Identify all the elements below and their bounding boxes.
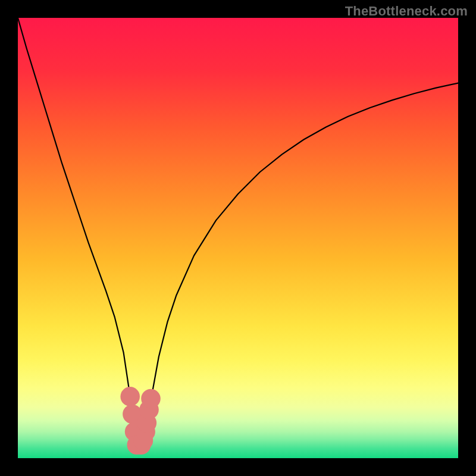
plot-area [18, 18, 458, 458]
watermark-text: TheBottleneck.com [345, 4, 468, 19]
chart-svg [18, 18, 458, 458]
trough-marker [141, 389, 161, 409]
trough-marker [120, 387, 140, 406]
bottleneck-curve [18, 18, 458, 449]
chart-frame: TheBottleneck.com [0, 0, 476, 476]
